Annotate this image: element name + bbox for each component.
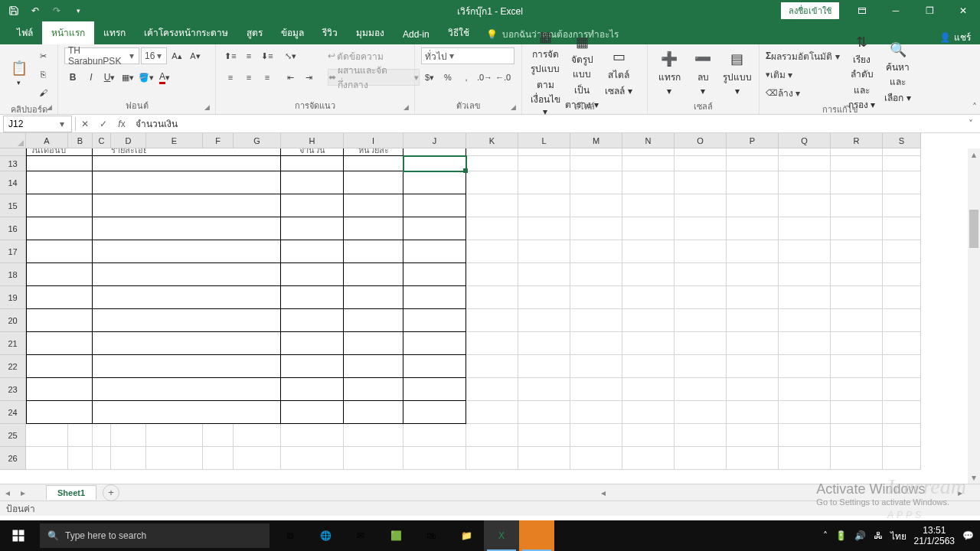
cell[interactable] bbox=[727, 332, 779, 355]
cell[interactable] bbox=[111, 286, 146, 309]
cell[interactable] bbox=[26, 332, 68, 355]
cell[interactable] bbox=[344, 401, 403, 424]
cell[interactable] bbox=[281, 217, 344, 240]
cell[interactable] bbox=[68, 263, 93, 286]
cell[interactable] bbox=[403, 240, 466, 263]
autosum-button[interactable]: Σ ผลรวมอัตโนมัติ ▾ bbox=[766, 47, 842, 64]
cell[interactable] bbox=[203, 378, 234, 401]
cell[interactable] bbox=[675, 424, 727, 447]
align-left-button[interactable]: ≡ bbox=[222, 69, 239, 86]
collapse-ribbon-icon[interactable]: ˄ bbox=[972, 102, 977, 112]
col-header-M[interactable]: M bbox=[570, 133, 622, 148]
cell[interactable] bbox=[344, 171, 403, 194]
cell[interactable] bbox=[622, 378, 675, 401]
cell[interactable] bbox=[344, 286, 403, 309]
cell[interactable] bbox=[26, 156, 68, 171]
cell[interactable] bbox=[883, 355, 921, 378]
cell[interactable] bbox=[518, 332, 570, 355]
cell[interactable] bbox=[26, 286, 68, 309]
cell[interactable] bbox=[727, 378, 779, 401]
align-middle-button[interactable]: ≡ bbox=[240, 47, 257, 64]
delete-cells-button[interactable]: ➖ลบ▾ bbox=[688, 47, 718, 98]
cell[interactable] bbox=[622, 171, 675, 194]
mail-app-icon[interactable]: ✉ bbox=[343, 520, 378, 551]
increase-font-button[interactable]: A▴ bbox=[168, 47, 185, 64]
find-select-button[interactable]: 🔍ค้นหาและเลือก ▾ bbox=[881, 47, 914, 98]
start-button[interactable] bbox=[0, 520, 37, 551]
cell[interactable] bbox=[883, 309, 921, 332]
new-sheet-button[interactable]: + bbox=[103, 484, 119, 501]
cell[interactable] bbox=[26, 355, 68, 378]
cell[interactable] bbox=[883, 447, 921, 470]
redo-button[interactable]: ↷ bbox=[46, 2, 67, 20]
col-header-C[interactable]: C bbox=[93, 133, 111, 148]
signin-button[interactable]: ลงชื่อเข้าใช้ bbox=[781, 2, 839, 19]
cell[interactable] bbox=[570, 332, 622, 355]
cell[interactable] bbox=[675, 286, 727, 309]
cell[interactable] bbox=[570, 378, 622, 401]
cell[interactable] bbox=[727, 194, 779, 217]
increase-decimal-button[interactable]: .0→ bbox=[476, 69, 493, 86]
cell[interactable] bbox=[518, 156, 570, 171]
cell[interactable] bbox=[466, 286, 518, 309]
cell[interactable] bbox=[203, 309, 234, 332]
sheet-tab-sheet1[interactable]: Sheet1 bbox=[46, 485, 96, 500]
cell[interactable] bbox=[403, 401, 466, 424]
tab-data[interactable]: ข้อมูล bbox=[272, 21, 313, 44]
cell[interactable] bbox=[203, 240, 234, 263]
cell[interactable] bbox=[146, 309, 203, 332]
cell[interactable] bbox=[883, 156, 921, 171]
cell[interactable] bbox=[779, 194, 831, 217]
col-header-L[interactable]: L bbox=[518, 133, 570, 148]
clock[interactable]: 13:5121/1/2563 bbox=[914, 525, 955, 547]
cell[interactable] bbox=[68, 332, 93, 355]
undo-button[interactable]: ↶ bbox=[24, 2, 46, 20]
cell[interactable] bbox=[344, 217, 403, 240]
cell[interactable] bbox=[281, 194, 344, 217]
cell[interactable] bbox=[146, 286, 203, 309]
cell[interactable] bbox=[403, 447, 466, 470]
cell[interactable] bbox=[622, 217, 675, 240]
cell[interactable] bbox=[675, 240, 727, 263]
cell[interactable] bbox=[403, 378, 466, 401]
cell[interactable] bbox=[111, 156, 146, 171]
cell[interactable] bbox=[518, 171, 570, 194]
tab-review[interactable]: รีวิว bbox=[313, 21, 347, 44]
cell[interactable] bbox=[883, 286, 921, 309]
tab-home[interactable]: หน้าแรก bbox=[42, 21, 94, 44]
row-header[interactable]: 17 bbox=[0, 240, 26, 263]
cell[interactable] bbox=[234, 286, 281, 309]
cell[interactable] bbox=[203, 447, 234, 470]
close-button[interactable]: ✕ bbox=[946, 0, 980, 21]
cell[interactable] bbox=[26, 217, 68, 240]
col-header-K[interactable]: K bbox=[466, 133, 518, 148]
col-header-P[interactable]: P bbox=[727, 133, 779, 148]
cell[interactable] bbox=[727, 401, 779, 424]
percent-format-button[interactable]: % bbox=[439, 69, 456, 86]
cell[interactable] bbox=[466, 355, 518, 378]
cell[interactable] bbox=[93, 286, 111, 309]
number-launcher-icon[interactable]: ◢ bbox=[511, 103, 520, 112]
cell[interactable] bbox=[831, 424, 883, 447]
edge-app-icon[interactable]: 🌐 bbox=[308, 520, 343, 551]
worksheet-grid[interactable]: ABCDEFGHIJKLMNOPQRS วันเดือนปีรายละเอียด… bbox=[0, 133, 980, 484]
cell[interactable] bbox=[675, 263, 727, 286]
bold-button[interactable]: B bbox=[64, 69, 81, 86]
tab-insert[interactable]: แทรก bbox=[94, 21, 135, 44]
cell[interactable] bbox=[518, 286, 570, 309]
cell[interactable] bbox=[831, 171, 883, 194]
cell[interactable] bbox=[570, 240, 622, 263]
cell[interactable] bbox=[518, 401, 570, 424]
row-header[interactable]: 13 bbox=[0, 156, 26, 171]
cell[interactable] bbox=[111, 355, 146, 378]
cell-styles-button[interactable]: ▭สไตล์เซลล์ ▾ bbox=[602, 47, 635, 98]
cell[interactable] bbox=[779, 263, 831, 286]
hscroll-right-icon[interactable]: ▸ bbox=[954, 487, 966, 498]
cell[interactable] bbox=[466, 401, 518, 424]
cell[interactable] bbox=[570, 424, 622, 447]
cell[interactable] bbox=[111, 171, 146, 194]
col-header-S[interactable]: S bbox=[883, 133, 921, 148]
cell[interactable] bbox=[281, 401, 344, 424]
tab-prev-icon[interactable]: ◂ bbox=[0, 487, 15, 498]
hscroll-left-icon[interactable]: ◂ bbox=[597, 487, 609, 498]
